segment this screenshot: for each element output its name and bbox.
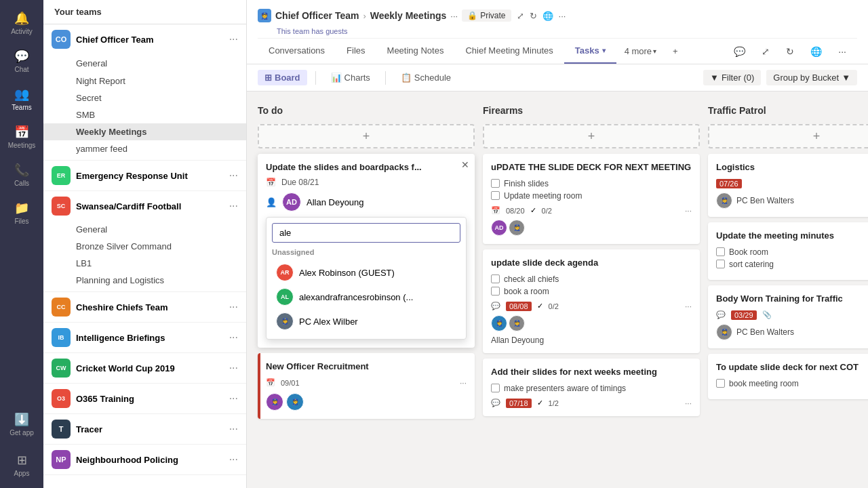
expand-btn[interactable]: ⤢ (756, 43, 775, 60)
breadcrumb-channel[interactable]: Weekly Meetings (370, 10, 447, 21)
channel-lb1[interactable]: LB1 (43, 255, 246, 272)
checkbox-book-room[interactable]: book a room (491, 287, 692, 296)
channel-smb[interactable]: SMB (43, 106, 246, 123)
filter-button[interactable]: ▼ Filter (0) (703, 70, 761, 85)
task-update-agenda[interactable]: update slide deck agenda check all chief… (483, 249, 700, 353)
refresh-btn[interactable]: ↻ (781, 43, 800, 60)
tab-meeting-notes[interactable]: Meeting Notes (376, 39, 455, 64)
team-neighbourhood-more[interactable]: ··· (229, 453, 238, 466)
body-worn-meta: 💬 03/29 📎 (716, 310, 868, 320)
task1-more[interactable]: ··· (685, 206, 692, 216)
team-emergency-response-header[interactable]: ER Emergency Response Unit ··· (43, 161, 246, 190)
schedule-view-btn[interactable]: 📋 Schedule (394, 70, 458, 85)
checkbox-icon[interactable] (491, 179, 500, 188)
task-update-slide-cot[interactable]: To update slide deck for next COT book m… (708, 354, 868, 399)
channel-planning[interactable]: Planning and Logistics (43, 272, 246, 289)
task-body-worn[interactable]: Body Worn Training for Traffic 💬 03/29 📎… (708, 285, 868, 348)
team-cheshire-avatar: CC (52, 298, 71, 317)
channel-general[interactable]: General ··· (43, 54, 246, 72)
rail-apps[interactable]: ⊞ Apps (0, 447, 43, 483)
team-cheshire-more[interactable]: ··· (229, 301, 238, 313)
add-task-firearms[interactable]: + (483, 124, 700, 148)
checkbox-meeting-room-icon[interactable] (716, 379, 725, 388)
header-more-icon[interactable]: ··· (559, 11, 566, 21)
task2-more[interactable]: ··· (685, 302, 692, 311)
dropdown-item-alex-robinson[interactable]: AR Alex Robinson (GUEST) (272, 260, 460, 285)
tab-files[interactable]: Files (336, 39, 376, 64)
rail-activity[interactable]: 🔔 Activity (0, 5, 43, 41)
tab-chief-meeting-minutes[interactable]: Chief Meeting Minutes (454, 39, 564, 64)
overflow-btn[interactable]: ··· (833, 43, 852, 60)
checkbox-book-room-icon[interactable] (491, 287, 500, 296)
checkbox-presenters[interactable]: make presenters aware of timings (491, 384, 692, 393)
team-cheshire-header[interactable]: CC Cheshire Chiefs Team ··· (43, 292, 246, 322)
add-tab-button[interactable]: + (665, 39, 686, 63)
rail-teams[interactable]: 👥 Teams (0, 81, 43, 117)
team-cricket-header[interactable]: CW Cricket World Cup 2019 ··· (43, 353, 246, 383)
channel-secret[interactable]: Secret (43, 89, 246, 106)
channel-yammer[interactable]: yammer feed (43, 140, 246, 157)
dropdown-item-alexandra[interactable]: AL alexandrafrancesrobinson (... (272, 285, 460, 309)
rail-chat[interactable]: 💬 Chat (0, 43, 43, 79)
channel-night-report[interactable]: Night Report ··· (43, 72, 246, 89)
task-update-minutes[interactable]: Update the meeting minutes Book room sor… (708, 222, 868, 280)
channel-weekly-meetings[interactable]: Weekly Meetings (43, 123, 246, 140)
rail-chat-label: Chat (14, 66, 28, 73)
task-new-officer[interactable]: New Officer Recruitment 📅 09/01 ··· 👮 👮 (258, 353, 475, 419)
header-refresh-icon[interactable]: ↻ (530, 11, 537, 21)
task-update-slide-deck[interactable]: uPDATE THE SLIDE DECK FOR NEXT MEETING F… (483, 154, 700, 244)
checkbox-catering-icon[interactable] (716, 260, 725, 268)
board-view-btn[interactable]: ⊞ Board (258, 70, 307, 85)
tab-conversations[interactable]: Conversations (258, 39, 336, 64)
task-add-slides[interactable]: Add their slides for next weeks meeting … (483, 359, 700, 416)
team-intelligence-header[interactable]: IB Intelligence Briefings ··· (43, 323, 246, 352)
header-expand-icon[interactable]: ⤢ (517, 11, 524, 21)
rail-get-app[interactable]: ⬇️ Get app (0, 407, 43, 442)
globe-btn[interactable]: 🌐 (805, 43, 827, 60)
team-o365-more[interactable]: ··· (229, 392, 238, 405)
breadcrumb-team[interactable]: Chief Officer Team (275, 10, 359, 21)
header-globe-icon[interactable]: 🌐 (542, 11, 553, 21)
add-task-traffic[interactable]: + (708, 124, 868, 148)
rail-files[interactable]: 📁 Files (0, 195, 43, 230)
team-o365-header[interactable]: O3 O365 Training ··· (43, 384, 246, 413)
task-more-options[interactable]: ··· (460, 378, 467, 388)
add-task-todo[interactable]: + (258, 124, 475, 148)
tasks-dropdown-icon[interactable]: ▾ (602, 47, 606, 54)
rail-calls[interactable]: 📞 Calls (0, 157, 43, 192)
team-tracer-more[interactable]: ··· (229, 423, 238, 435)
channel-general2[interactable]: General (43, 221, 246, 238)
checkbox-update-room[interactable]: Update meeting room (491, 191, 692, 201)
tab-more[interactable]: 4 more ▾ (616, 39, 665, 63)
dropdown-item-alex-wilber[interactable]: 👮 PC Alex Wilber (272, 309, 460, 333)
popup-close-btn[interactable]: ✕ (461, 159, 469, 170)
team-swansea-header[interactable]: SC Swansea/Cardiff Football ··· (43, 191, 246, 221)
checkbox-icon2[interactable] (491, 191, 500, 200)
assignee-search-input[interactable] (272, 223, 460, 243)
chat-btn[interactable]: 💬 (728, 43, 751, 60)
group-by-button[interactable]: Group by Bucket ▼ (766, 70, 857, 85)
task3-more[interactable]: ··· (685, 399, 692, 408)
channel-bronze[interactable]: Bronze Silver Command (43, 238, 246, 255)
team-tracer-header[interactable]: T Tracer ··· (43, 414, 246, 444)
channel-options-icon[interactable]: ··· (450, 11, 458, 21)
checkbox-finish-slides[interactable]: Finish slides (491, 179, 692, 188)
team-chief-officer-more[interactable]: ··· (229, 33, 238, 45)
checkbox-book-room2-icon[interactable] (716, 247, 725, 256)
checkbox-chiefs-icon[interactable] (491, 274, 500, 283)
team-cricket-more[interactable]: ··· (229, 362, 238, 374)
tab-tasks[interactable]: Tasks ▾ (564, 39, 616, 64)
team-neighbourhood-header[interactable]: NP Neighbourhood Policing ··· (43, 445, 246, 474)
checkbox-presenters-icon[interactable] (491, 384, 500, 392)
checkbox-check-chiefs[interactable]: check all chiefs (491, 274, 692, 284)
checkbox-sort-catering[interactable]: sort catering (716, 260, 868, 269)
team-chief-officer-header[interactable]: CO Chief Officer Team ··· (43, 24, 246, 54)
charts-view-btn[interactable]: 📊 Charts (324, 70, 377, 85)
team-intelligence-more[interactable]: ··· (229, 331, 238, 344)
team-swansea-more[interactable]: ··· (229, 200, 238, 212)
checkbox-book-room2[interactable]: Book room (716, 247, 868, 257)
checkbox-book-meeting-room[interactable]: book meeting room (716, 379, 868, 388)
task-logistics[interactable]: Logistics 07/26 👮 PC Ben Walters (708, 154, 868, 217)
team-emergency-more[interactable]: ··· (229, 169, 238, 182)
rail-meetings[interactable]: 📅 Meetings (0, 119, 43, 155)
